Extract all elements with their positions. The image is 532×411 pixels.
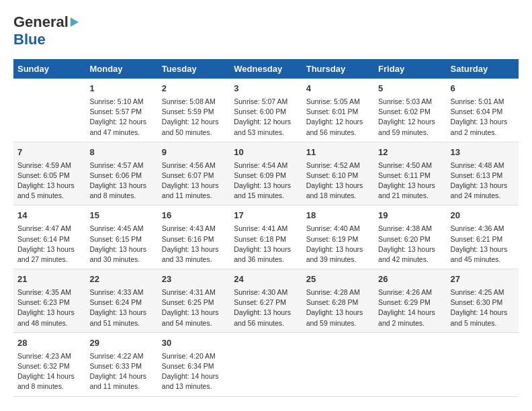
day-number: 11 xyxy=(306,146,370,159)
calendar-week-row: 28Sunrise: 4:23 AM Sunset: 6:32 PM Dayli… xyxy=(13,332,519,396)
cell-sun-info: Sunrise: 5:10 AM Sunset: 5:57 PM Dayligh… xyxy=(89,97,153,138)
cell-sun-info: Sunrise: 4:50 AM Sunset: 6:11 PM Dayligh… xyxy=(378,161,442,201)
cell-sun-info: Sunrise: 4:57 AM Sunset: 6:06 PM Dayligh… xyxy=(89,161,153,201)
cell-sun-info: Sunrise: 4:25 AM Sunset: 6:30 PM Dayligh… xyxy=(451,287,515,328)
cell-sun-info: Sunrise: 5:05 AM Sunset: 6:01 PM Dayligh… xyxy=(306,97,370,138)
cell-sun-info: Sunrise: 4:36 AM Sunset: 6:21 PM Dayligh… xyxy=(451,224,515,265)
calendar-cell xyxy=(374,332,446,396)
cell-sun-info: Sunrise: 4:28 AM Sunset: 6:28 PM Dayligh… xyxy=(306,287,370,328)
cell-sun-info: Sunrise: 4:31 AM Sunset: 6:25 PM Dayligh… xyxy=(162,287,226,328)
cell-sun-info: Sunrise: 5:03 AM Sunset: 6:02 PM Dayligh… xyxy=(378,97,442,138)
day-of-week-header: Thursday xyxy=(302,59,374,79)
day-number: 26 xyxy=(378,273,442,286)
cell-sun-info: Sunrise: 4:22 AM Sunset: 6:33 PM Dayligh… xyxy=(89,351,153,392)
day-number: 28 xyxy=(17,337,81,350)
cell-sun-info: Sunrise: 4:47 AM Sunset: 6:14 PM Dayligh… xyxy=(17,224,81,265)
day-of-week-header: Wednesday xyxy=(230,59,302,79)
calendar-cell: 26Sunrise: 4:26 AM Sunset: 6:29 PM Dayli… xyxy=(374,269,446,333)
day-number: 23 xyxy=(162,273,226,286)
calendar-cell: 27Sunrise: 4:25 AM Sunset: 6:30 PM Dayli… xyxy=(447,269,519,333)
day-number: 22 xyxy=(89,273,153,286)
day-number: 7 xyxy=(17,146,81,159)
calendar-cell: 11Sunrise: 4:52 AM Sunset: 6:10 PM Dayli… xyxy=(302,142,374,205)
day-number: 14 xyxy=(17,210,81,222)
calendar-cell: 21Sunrise: 4:35 AM Sunset: 6:23 PM Dayli… xyxy=(13,269,85,333)
day-of-week-header: Monday xyxy=(85,59,157,79)
calendar-cell: 24Sunrise: 4:30 AM Sunset: 6:27 PM Dayli… xyxy=(230,269,302,333)
day-number: 12 xyxy=(378,146,442,159)
calendar-cell: 17Sunrise: 4:41 AM Sunset: 6:18 PM Dayli… xyxy=(230,205,302,269)
day-number: 16 xyxy=(162,210,226,222)
calendar-cell: 9Sunrise: 4:56 AM Sunset: 6:07 PM Daylig… xyxy=(158,142,230,205)
cell-sun-info: Sunrise: 4:40 AM Sunset: 6:19 PM Dayligh… xyxy=(306,224,370,265)
day-number: 21 xyxy=(17,273,81,286)
day-number: 15 xyxy=(89,210,153,222)
calendar-cell: 29Sunrise: 4:22 AM Sunset: 6:33 PM Dayli… xyxy=(85,332,157,396)
calendar-cell: 30Sunrise: 4:20 AM Sunset: 6:34 PM Dayli… xyxy=(158,332,230,396)
cell-sun-info: Sunrise: 4:41 AM Sunset: 6:18 PM Dayligh… xyxy=(234,224,298,265)
day-number: 19 xyxy=(378,210,442,222)
day-number: 4 xyxy=(306,83,370,95)
cell-sun-info: Sunrise: 4:33 AM Sunset: 6:24 PM Dayligh… xyxy=(89,287,153,328)
calendar-cell: 18Sunrise: 4:40 AM Sunset: 6:19 PM Dayli… xyxy=(302,205,374,269)
calendar-cell: 20Sunrise: 4:36 AM Sunset: 6:21 PM Dayli… xyxy=(447,205,519,269)
day-number: 30 xyxy=(162,337,226,350)
day-of-week-header: Tuesday xyxy=(158,59,230,79)
day-number: 9 xyxy=(162,146,226,159)
day-number: 25 xyxy=(306,273,370,286)
cell-sun-info: Sunrise: 5:08 AM Sunset: 5:59 PM Dayligh… xyxy=(162,97,226,138)
calendar-cell xyxy=(230,332,302,396)
calendar-cell: 2Sunrise: 5:08 AM Sunset: 5:59 PM Daylig… xyxy=(158,79,230,142)
cell-sun-info: Sunrise: 4:54 AM Sunset: 6:09 PM Dayligh… xyxy=(234,161,298,201)
cell-sun-info: Sunrise: 4:56 AM Sunset: 6:07 PM Dayligh… xyxy=(162,161,226,201)
day-number: 8 xyxy=(89,146,153,159)
calendar-cell xyxy=(447,332,519,396)
day-number: 6 xyxy=(451,83,515,95)
cell-sun-info: Sunrise: 4:35 AM Sunset: 6:23 PM Dayligh… xyxy=(17,287,81,328)
day-number: 20 xyxy=(451,210,515,222)
day-number: 10 xyxy=(234,146,298,159)
calendar-cell: 16Sunrise: 4:43 AM Sunset: 6:16 PM Dayli… xyxy=(158,205,230,269)
calendar-cell: 6Sunrise: 5:01 AM Sunset: 6:04 PM Daylig… xyxy=(447,79,519,142)
calendar-cell: 19Sunrise: 4:38 AM Sunset: 6:20 PM Dayli… xyxy=(374,205,446,269)
cell-sun-info: Sunrise: 4:38 AM Sunset: 6:20 PM Dayligh… xyxy=(378,224,442,265)
day-number: 1 xyxy=(89,83,153,95)
day-number: 3 xyxy=(234,83,298,95)
day-number: 29 xyxy=(89,337,153,350)
page-header: General Blue xyxy=(13,13,519,48)
day-of-week-header: Saturday xyxy=(447,59,519,79)
calendar-cell: 3Sunrise: 5:07 AM Sunset: 6:00 PM Daylig… xyxy=(230,79,302,142)
cell-sun-info: Sunrise: 4:52 AM Sunset: 6:10 PM Dayligh… xyxy=(306,161,370,201)
calendar-cell: 5Sunrise: 5:03 AM Sunset: 6:02 PM Daylig… xyxy=(374,79,446,142)
day-of-week-header: Sunday xyxy=(13,59,85,79)
calendar-table: SundayMondayTuesdayWednesdayThursdayFrid… xyxy=(13,59,519,397)
calendar-cell: 7Sunrise: 4:59 AM Sunset: 6:05 PM Daylig… xyxy=(13,142,85,205)
calendar-cell: 25Sunrise: 4:28 AM Sunset: 6:28 PM Dayli… xyxy=(302,269,374,333)
cell-sun-info: Sunrise: 4:20 AM Sunset: 6:34 PM Dayligh… xyxy=(162,351,226,392)
day-number: 17 xyxy=(234,210,298,222)
calendar-cell: 28Sunrise: 4:23 AM Sunset: 6:32 PM Dayli… xyxy=(13,332,85,396)
calendar-week-row: 21Sunrise: 4:35 AM Sunset: 6:23 PM Dayli… xyxy=(13,269,519,333)
calendar-cell xyxy=(13,79,85,142)
calendar-header-row: SundayMondayTuesdayWednesdayThursdayFrid… xyxy=(13,59,519,79)
cell-sun-info: Sunrise: 4:26 AM Sunset: 6:29 PM Dayligh… xyxy=(378,287,442,328)
logo-blue: Blue xyxy=(13,31,46,48)
calendar-week-row: 14Sunrise: 4:47 AM Sunset: 6:14 PM Dayli… xyxy=(13,205,519,269)
cell-sun-info: Sunrise: 4:23 AM Sunset: 6:32 PM Dayligh… xyxy=(17,351,81,392)
day-number: 27 xyxy=(451,273,515,286)
day-number: 13 xyxy=(451,146,515,159)
calendar-cell: 13Sunrise: 4:48 AM Sunset: 6:13 PM Dayli… xyxy=(447,142,519,205)
calendar-cell: 1Sunrise: 5:10 AM Sunset: 5:57 PM Daylig… xyxy=(85,79,157,142)
calendar-cell: 8Sunrise: 4:57 AM Sunset: 6:06 PM Daylig… xyxy=(85,142,157,205)
calendar-cell xyxy=(302,332,374,396)
day-number: 24 xyxy=(234,273,298,286)
cell-sun-info: Sunrise: 5:01 AM Sunset: 6:04 PM Dayligh… xyxy=(451,97,515,138)
day-number: 5 xyxy=(378,83,442,95)
calendar-cell: 10Sunrise: 4:54 AM Sunset: 6:09 PM Dayli… xyxy=(230,142,302,205)
calendar-week-row: 1Sunrise: 5:10 AM Sunset: 5:57 PM Daylig… xyxy=(13,79,519,142)
calendar-cell: 23Sunrise: 4:31 AM Sunset: 6:25 PM Dayli… xyxy=(158,269,230,333)
calendar-cell: 15Sunrise: 4:45 AM Sunset: 6:15 PM Dayli… xyxy=(85,205,157,269)
cell-sun-info: Sunrise: 4:45 AM Sunset: 6:15 PM Dayligh… xyxy=(89,224,153,265)
cell-sun-info: Sunrise: 4:30 AM Sunset: 6:27 PM Dayligh… xyxy=(234,287,298,328)
calendar-cell: 4Sunrise: 5:05 AM Sunset: 6:01 PM Daylig… xyxy=(302,79,374,142)
